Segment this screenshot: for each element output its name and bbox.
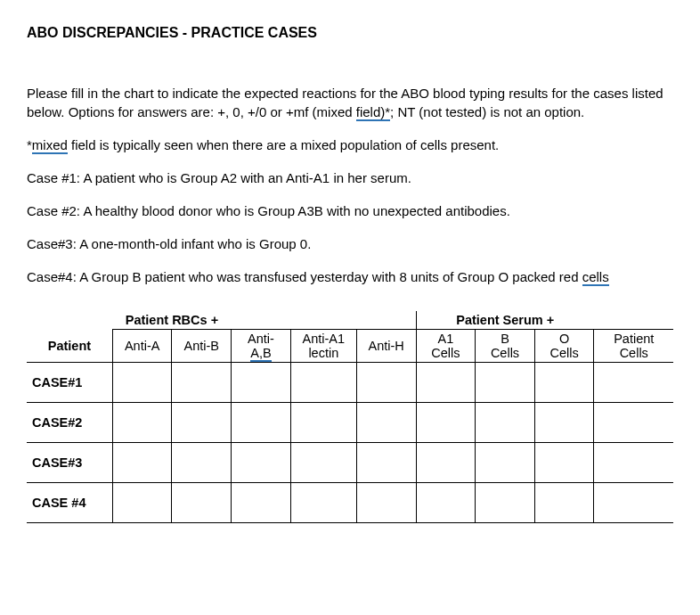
table-section-header-row: Patient RBCs + Patient Serum + — [27, 311, 673, 330]
spellcheck-underline: A,B — [250, 346, 271, 362]
cell[interactable] — [416, 443, 476, 483]
cell[interactable] — [476, 443, 535, 483]
cell[interactable] — [112, 483, 172, 523]
cell[interactable] — [534, 443, 594, 483]
col-anti-a: Anti-A — [112, 330, 172, 363]
cell[interactable] — [356, 403, 416, 443]
col-label: Cells — [550, 346, 579, 360]
cell[interactable] — [416, 403, 476, 443]
table-row: CASE#2 — [27, 403, 673, 443]
cell[interactable] — [232, 443, 291, 483]
cell[interactable] — [594, 443, 673, 483]
cell[interactable] — [112, 443, 172, 483]
rbcs-section-header: Patient RBCs + — [112, 311, 231, 330]
cell[interactable] — [232, 483, 291, 523]
cell[interactable] — [476, 403, 535, 443]
cell[interactable] — [356, 443, 416, 483]
cell[interactable] — [416, 363, 476, 403]
table-row: CASE #4 — [27, 483, 673, 523]
col-anti-b: Anti-B — [172, 330, 232, 363]
cell[interactable] — [112, 403, 172, 443]
intro-text: * — [27, 137, 32, 152]
blank-header — [594, 311, 673, 330]
cell[interactable] — [172, 403, 232, 443]
col-label: Cells — [491, 346, 519, 360]
cell[interactable] — [534, 363, 594, 403]
cell[interactable] — [172, 363, 232, 403]
serum-section-header: Patient Serum + — [416, 311, 594, 330]
page-title: ABO DISCREPANCIES - PRACTICE CASES — [27, 25, 673, 41]
cell[interactable] — [594, 483, 673, 523]
cell[interactable] — [112, 363, 172, 403]
spellcheck-underline: cells — [582, 269, 609, 286]
blank-header — [27, 311, 112, 330]
cell[interactable] — [416, 483, 476, 523]
col-o-cells: O Cells — [534, 330, 594, 363]
col-label: Cells — [431, 346, 460, 360]
cell[interactable] — [290, 443, 356, 483]
cell[interactable] — [172, 483, 232, 523]
cell[interactable] — [534, 483, 594, 523]
spellcheck-underline: field)* — [356, 104, 390, 121]
cell[interactable] — [476, 483, 535, 523]
col-anti-h: Anti-H — [356, 330, 416, 363]
cell[interactable] — [290, 403, 356, 443]
cell[interactable] — [356, 363, 416, 403]
row-label: CASE#1 — [27, 363, 112, 403]
cell[interactable] — [534, 403, 594, 443]
col-label: lectin — [308, 346, 338, 360]
row-label: CASE #4 — [27, 483, 112, 523]
case-2-text: Case #2: A healthy blood donor who is Gr… — [27, 201, 673, 220]
cell[interactable] — [172, 443, 232, 483]
intro-text: field is typically seen when there are a… — [68, 137, 499, 152]
intro-paragraph-1: Please fill in the chart to indicate the… — [27, 84, 673, 121]
intro-text: ; NT (not tested) is not an option. — [390, 104, 584, 119]
col-label: Anti-A1 — [303, 332, 346, 346]
col-anti-a1-lectin: Anti-A1 lectin — [290, 330, 356, 363]
row-label: CASE#2 — [27, 403, 112, 443]
case-1-text: Case #1: A patient who is Group A2 with … — [27, 168, 673, 187]
cell[interactable] — [356, 483, 416, 523]
cell[interactable] — [290, 483, 356, 523]
table-row: CASE#3 — [27, 443, 673, 483]
col-label: A1 — [437, 332, 453, 346]
col-anti-ab: Anti- A,B — [232, 330, 291, 363]
cell[interactable] — [476, 363, 535, 403]
case-4-text: Case#4: A Group B patient who was transf… — [27, 267, 673, 286]
col-label: O — [559, 332, 569, 346]
reaction-table: Patient RBCs + Patient Serum + Patient A… — [27, 311, 673, 523]
spellcheck-underline: mixed — [32, 137, 68, 154]
col-a1-cells: A1 Cells — [416, 330, 476, 363]
col-patient: Patient — [27, 330, 112, 363]
intro-paragraph-2: *mixed field is typically seen when ther… — [27, 135, 673, 154]
col-label: Patient — [614, 332, 654, 346]
col-label: Cells — [620, 346, 648, 360]
case-text: Case#4: A Group B patient who was transf… — [27, 269, 582, 284]
col-label: B — [501, 332, 509, 346]
col-label: Anti- — [248, 332, 274, 346]
table-column-header-row: Patient Anti-A Anti-B Anti- A,B Anti-A1 … — [27, 330, 673, 363]
cell[interactable] — [232, 403, 291, 443]
col-b-cells: B Cells — [476, 330, 535, 363]
case-3-text: Case#3: A one-month-old infant who is Gr… — [27, 234, 673, 253]
col-patient-cells: Patient Cells — [594, 330, 673, 363]
blank-header — [232, 311, 416, 330]
table-row: CASE#1 — [27, 363, 673, 403]
row-label: CASE#3 — [27, 443, 112, 483]
cell[interactable] — [290, 363, 356, 403]
cell[interactable] — [594, 363, 673, 403]
cell[interactable] — [232, 363, 291, 403]
cell[interactable] — [594, 403, 673, 443]
